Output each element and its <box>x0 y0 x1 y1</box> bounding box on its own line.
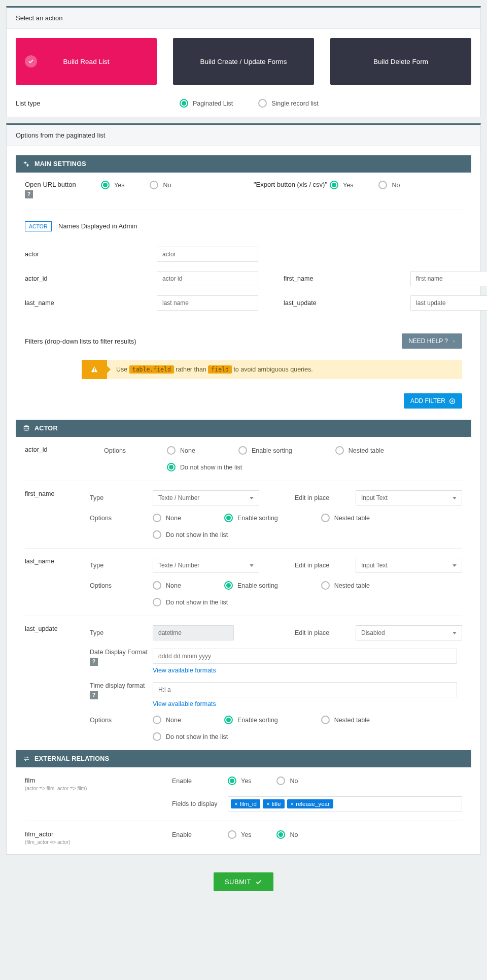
opt-ln-nested[interactable]: Nested table <box>321 581 370 590</box>
submit-button[interactable]: SUBMIT <box>214 872 273 891</box>
link-date-formats[interactable]: View available formats <box>153 667 457 674</box>
field-input-first-name[interactable] <box>410 271 487 286</box>
select-last-name-eip[interactable]: Input Text <box>356 558 462 573</box>
ext-film-name: film <box>25 776 172 784</box>
ext-film-path: (actor => film_actor => film) <box>25 786 172 791</box>
ext-film-actor-name: film_actor <box>25 830 172 838</box>
alert-box: Use table.field rather than field to avo… <box>82 360 462 379</box>
actor-bar: ACTOR <box>16 420 471 437</box>
gears-icon <box>23 160 30 167</box>
names-title: Names Displayed in Admin <box>58 222 137 230</box>
tag-title[interactable]: × title <box>263 799 285 808</box>
caret-down-icon <box>250 564 254 567</box>
opt-ln-hide[interactable]: Do not show in the list <box>153 598 228 606</box>
input-time-format[interactable] <box>153 682 457 697</box>
radio-film-yes[interactable]: Yes <box>228 776 251 785</box>
export-label: "Export button (xls / csv)" <box>254 181 330 188</box>
options-header: Options from the paginated list <box>7 125 480 146</box>
opt-lu-sort[interactable]: Enable sorting <box>224 716 278 724</box>
opt-lu-nested[interactable]: Nested table <box>321 716 370 724</box>
col-last-name: last_name <box>25 558 90 565</box>
open-url-label: Open URL button <box>25 181 101 188</box>
svg-point-0 <box>24 162 26 164</box>
radio-film-no[interactable]: No <box>276 776 298 785</box>
radio-fa-yes[interactable]: Yes <box>228 830 251 839</box>
col-first-name: first_name <box>25 490 90 497</box>
chevron-right-icon <box>452 339 456 344</box>
field-input-last-name[interactable] <box>157 295 258 311</box>
caret-down-icon <box>453 564 457 567</box>
filters-title: Filters (drop-down lists to filter resul… <box>25 337 136 345</box>
opt-fn-nested[interactable]: Nested table <box>321 514 370 522</box>
warning-icon <box>82 360 107 379</box>
radio-paginated[interactable]: Paginated List <box>180 99 233 108</box>
radio-fa-no[interactable]: No <box>276 830 298 839</box>
opt-lu-none[interactable]: None <box>153 716 181 724</box>
input-date-format[interactable] <box>153 649 457 664</box>
help-icon[interactable]: ? <box>90 691 98 699</box>
tag-release-year[interactable]: × release_year <box>287 799 333 808</box>
field-label-actor-id: actor_id <box>25 275 131 282</box>
help-icon[interactable]: ? <box>90 658 98 666</box>
select-lu-eip[interactable]: Disabled <box>356 625 462 640</box>
caret-down-icon <box>250 497 254 499</box>
ext-film-actor-path: (film_actor => actor) <box>25 839 172 845</box>
select-first-name-type[interactable]: Texte / Number <box>153 490 259 505</box>
field-input-actor-id[interactable] <box>157 271 258 286</box>
radio-single-record[interactable]: Single record list <box>258 99 318 108</box>
action-label: Build Read List <box>63 58 110 65</box>
opt-actor-id-nested[interactable]: Nested table <box>335 446 384 455</box>
opt-fn-hide[interactable]: Do not show in the list <box>153 530 228 539</box>
actor-chip: ACTOR <box>25 221 52 231</box>
exchange-icon <box>23 755 30 762</box>
select-first-name-eip[interactable]: Input Text <box>356 490 462 505</box>
field-input-actor[interactable] <box>157 247 258 262</box>
field-input-last-update[interactable] <box>410 295 487 311</box>
opt-fn-sort[interactable]: Enable sorting <box>224 514 278 522</box>
field-label-actor: actor <box>25 251 131 258</box>
action-label: Build Delete Form <box>373 58 428 65</box>
opt-actor-id-sort[interactable]: Enable sorting <box>238 446 292 455</box>
action-read-list[interactable]: Build Read List <box>16 38 157 85</box>
tag-film-id[interactable]: × film_id <box>231 799 260 808</box>
caret-down-icon <box>453 632 457 634</box>
opt-actor-id-hide[interactable]: Do not show in the list <box>167 463 242 471</box>
action-create-update[interactable]: Build Create / Update Forms <box>173 38 314 85</box>
select-last-name-type[interactable]: Texte / Number <box>153 558 259 573</box>
check-icon <box>25 55 37 67</box>
check-icon <box>255 878 262 886</box>
external-bar: EXTERNAL RELATIONS <box>16 750 471 767</box>
svg-point-1 <box>27 164 29 166</box>
action-delete[interactable]: Build Delete Form <box>330 38 471 85</box>
opt-fn-none[interactable]: None <box>153 514 181 522</box>
database-icon <box>23 425 30 432</box>
actions-header: Select an action <box>7 8 480 29</box>
radio-open-url-yes[interactable]: Yes <box>101 181 124 189</box>
options-card: Options from the paginated list MAIN SET… <box>6 123 481 855</box>
link-time-formats[interactable]: View available formats <box>153 700 457 707</box>
col-actor-id: actor_id <box>25 446 104 453</box>
help-icon[interactable]: ? <box>25 190 33 198</box>
tags-input[interactable]: × film_id × title × release_year <box>228 796 462 812</box>
radio-open-url-no[interactable]: No <box>150 181 171 189</box>
need-help-button[interactable]: NEED HELP ? <box>402 333 462 349</box>
add-filter-button[interactable]: ADD FILTER <box>404 393 462 409</box>
main-settings-bar: MAIN SETTINGS <box>16 155 471 173</box>
radio-export-no[interactable]: No <box>378 181 400 189</box>
caret-down-icon <box>453 497 457 499</box>
actions-card: Select an action Build Read List Build C… <box>6 6 481 117</box>
field-label-last-name: last_name <box>25 299 131 307</box>
field-label-last-update: last_update <box>284 299 385 307</box>
list-type-label: List type <box>16 99 180 107</box>
field-label-first-name: first_name <box>284 275 385 282</box>
action-label: Build Create / Update Forms <box>200 58 287 65</box>
svg-point-5 <box>24 425 28 427</box>
opt-lu-hide[interactable]: Do not show in the list <box>153 732 228 741</box>
plus-circle-icon <box>449 398 456 404</box>
input-lu-type <box>153 625 234 640</box>
opt-actor-id-none[interactable]: None <box>167 446 195 455</box>
radio-export-yes[interactable]: Yes <box>330 181 353 189</box>
col-last-update: last_update <box>25 625 90 632</box>
opt-ln-sort[interactable]: Enable sorting <box>224 581 278 590</box>
opt-ln-none[interactable]: None <box>153 581 181 590</box>
